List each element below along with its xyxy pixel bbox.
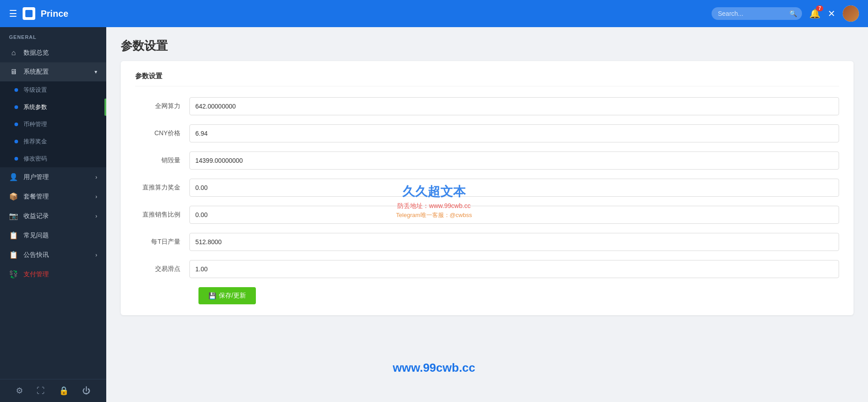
notification-badge: 7	[816, 5, 823, 11]
dot-indicator-password	[14, 157, 18, 161]
extra-icon: 💱	[9, 270, 18, 279]
save-button[interactable]: 💾 保存/更新	[198, 287, 256, 304]
dot-indicator-referral	[14, 140, 18, 143]
sidebar-item-system-config[interactable]: 🖥 系统配置 ▾	[0, 62, 106, 81]
sidebar-item-income[interactable]: 📷 收益记录 ›	[0, 206, 106, 226]
fullscreen-icon: ✕	[828, 9, 835, 19]
sidebar-submenu-system-config: 等级设置 系统参数 币种管理 推荐奖金 修改密码	[0, 81, 106, 167]
sidebar-item-announcements[interactable]: 📋 公告快讯 ›	[0, 245, 106, 265]
sidebar-section-label: GENERAL	[0, 27, 106, 43]
search-icon: 🔍	[789, 10, 797, 17]
input-slippage[interactable]	[189, 260, 839, 278]
form-row-direct-hashrate: 直推算力奖金	[135, 179, 839, 197]
input-cny-price[interactable]	[189, 124, 839, 142]
sidebar-label-system-config: 系统配置	[24, 68, 49, 76]
expand-icon[interactable]: ⛶	[37, 386, 45, 396]
sidebar-item-faq[interactable]: 📋 常见问题	[0, 226, 106, 245]
form-row-hashrate: 全网算力	[135, 97, 839, 115]
camera-icon: 📷	[9, 212, 18, 220]
chevron-right-icon-pkg: ›	[95, 194, 97, 200]
sidebar-label-dashboard: 数据总览	[24, 49, 49, 57]
input-direct-hashrate[interactable]	[189, 179, 839, 197]
sidebar-item-referral[interactable]: 推荐奖金	[0, 133, 106, 150]
label-direct-sales: 直推销售比例	[135, 211, 189, 219]
app-title: Prince	[41, 9, 68, 19]
monitor-icon: 🖥	[9, 68, 18, 76]
sidebar-label-extra: 支付管理	[24, 270, 49, 279]
lock-icon[interactable]: 🔒	[59, 386, 69, 396]
sidebar-label-package-management: 套餐管理	[24, 193, 49, 201]
card-title: 参数设置	[135, 72, 839, 86]
package-icon: 📦	[9, 192, 18, 201]
sidebar-item-dashboard[interactable]: ⌂ 数据总览	[0, 43, 106, 62]
active-indicator	[104, 99, 106, 116]
menu-toggle[interactable]: ☰	[9, 8, 17, 19]
header: ☰ Prince 🔍 🔔 7 ✕	[0, 0, 868, 27]
settings-icon[interactable]: ⚙	[16, 386, 23, 396]
input-hashrate[interactable]	[189, 97, 839, 115]
form-row-cny-price: CNY价格	[135, 124, 839, 142]
header-left: ☰ Prince	[9, 7, 68, 20]
header-right: 🔍 🔔 7 ✕	[712, 5, 859, 22]
form-row-slippage: 交易滑点	[135, 260, 839, 278]
user-icon: 👤	[9, 173, 18, 181]
sidebar-label-system-params: 系统参数	[24, 103, 47, 111]
form-row-daily-output: 每T日产量	[135, 233, 839, 251]
sidebar-bottom: ⚙ ⛶ 🔒 ⏻	[0, 379, 106, 402]
dot-indicator-active	[14, 105, 18, 109]
params-card: 参数设置 全网算力 CNY价格 销毁量 直推算力奖金 直推销售比例	[121, 61, 854, 315]
chevron-right-icon-ann: ›	[95, 252, 97, 258]
chevron-right-icon: ›	[95, 174, 97, 180]
sidebar-label-announcements: 公告快讯	[24, 251, 49, 259]
sidebar-label-faq: 常见问题	[24, 232, 49, 240]
save-icon: 💾	[208, 292, 216, 299]
sidebar-label-user-management: 用户管理	[24, 173, 49, 181]
sidebar-label-currency: 币种管理	[24, 120, 47, 128]
sidebar-label-referral: 推荐奖金	[24, 137, 47, 146]
faq-icon: 📋	[9, 231, 18, 240]
main-container: GENERAL ⌂ 数据总览 🖥 系统配置 ▾ 等级设置 系统参数	[0, 27, 868, 402]
page-header: 参数设置	[106, 27, 868, 61]
sidebar-item-change-password[interactable]: 修改密码	[0, 150, 106, 167]
dot-indicator	[14, 88, 18, 92]
sidebar: GENERAL ⌂ 数据总览 🖥 系统配置 ▾ 等级设置 系统参数	[0, 27, 106, 402]
content-area: 参数设置 参数设置 全网算力 CNY价格 销毁量 直推算力奖金	[106, 27, 868, 402]
form-row-direct-sales: 直推销售比例	[135, 206, 839, 224]
label-daily-output: 每T日产量	[135, 238, 189, 246]
label-direct-hashrate: 直推算力奖金	[135, 184, 189, 192]
dot-indicator-currency	[14, 123, 18, 126]
fullscreen-button[interactable]: ✕	[828, 8, 835, 19]
label-cny-price: CNY价格	[135, 129, 189, 137]
sidebar-item-system-params[interactable]: 系统参数	[0, 99, 106, 116]
input-burn[interactable]	[189, 151, 839, 170]
avatar[interactable]	[843, 5, 859, 22]
avatar-image	[843, 5, 859, 22]
label-hashrate: 全网算力	[135, 102, 189, 110]
save-label: 保存/更新	[219, 292, 246, 300]
input-direct-sales[interactable]	[189, 206, 839, 224]
sidebar-label-level-settings: 等级设置	[24, 86, 47, 94]
chevron-right-icon-income: ›	[95, 213, 97, 219]
sidebar-item-package-management[interactable]: 📦 套餐管理 ›	[0, 187, 106, 206]
page-title: 参数设置	[121, 38, 854, 54]
input-daily-output[interactable]	[189, 233, 839, 251]
power-icon[interactable]: ⏻	[82, 386, 90, 396]
sidebar-label-change-password: 修改密码	[24, 155, 47, 163]
chevron-down-icon: ▾	[94, 69, 97, 75]
logo	[23, 7, 35, 20]
sidebar-item-user-management[interactable]: 👤 用户管理 ›	[0, 167, 106, 187]
notification-button[interactable]: 🔔 7	[809, 8, 821, 19]
sidebar-item-currency[interactable]: 币种管理	[0, 116, 106, 133]
home-icon: ⌂	[9, 49, 18, 57]
sidebar-item-extra[interactable]: 💱 支付管理	[0, 265, 106, 284]
sidebar-label-income: 收益记录	[24, 212, 49, 220]
sidebar-item-level-settings[interactable]: 等级设置	[0, 81, 106, 99]
label-burn: 销毁量	[135, 156, 189, 165]
search-input[interactable]	[718, 10, 786, 17]
announcement-icon: 📋	[9, 251, 18, 259]
label-slippage: 交易滑点	[135, 265, 189, 273]
search-box[interactable]: 🔍	[712, 7, 802, 20]
form-row-burn: 销毁量	[135, 151, 839, 170]
